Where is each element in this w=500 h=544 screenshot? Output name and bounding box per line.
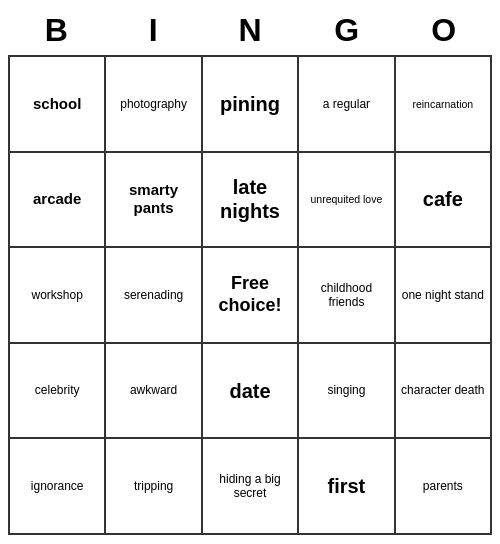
cell-r2-c4: one night stand — [396, 248, 492, 344]
cell-r3-c1: awkward — [106, 344, 202, 440]
cell-r0-c2: pining — [203, 57, 299, 153]
cell-r2-c0: workshop — [10, 248, 106, 344]
cell-r4-c4: parents — [396, 439, 492, 535]
cell-r2-c3: childhood friends — [299, 248, 395, 344]
cell-r4-c2: hiding a big secret — [203, 439, 299, 535]
cell-r3-c2: date — [203, 344, 299, 440]
cell-r4-c3: first — [299, 439, 395, 535]
cell-r3-c4: character death — [396, 344, 492, 440]
cell-r4-c1: tripping — [106, 439, 202, 535]
cell-r1-c1: smarty pants — [106, 153, 202, 249]
cell-r0-c1: photography — [106, 57, 202, 153]
cell-r0-c4: reincarnation — [396, 57, 492, 153]
cell-r4-c0: ignorance — [10, 439, 106, 535]
bingo-letter: B — [11, 12, 101, 49]
bingo-letter: N — [205, 12, 295, 49]
bingo-letter: O — [399, 12, 489, 49]
bingo-letter: I — [108, 12, 198, 49]
bingo-header: BINGO — [8, 8, 492, 55]
cell-r1-c0: arcade — [10, 153, 106, 249]
cell-r1-c2: late nights — [203, 153, 299, 249]
bingo-letter: G — [302, 12, 392, 49]
cell-r1-c4: cafe — [396, 153, 492, 249]
cell-r3-c0: celebrity — [10, 344, 106, 440]
cell-r2-c2: Free choice! — [203, 248, 299, 344]
cell-r2-c1: serenading — [106, 248, 202, 344]
cell-r0-c0: school — [10, 57, 106, 153]
bingo-grid: schoolphotographypininga regularreincarn… — [8, 55, 492, 535]
cell-r3-c3: singing — [299, 344, 395, 440]
cell-r1-c3: unrequited love — [299, 153, 395, 249]
cell-r0-c3: a regular — [299, 57, 395, 153]
